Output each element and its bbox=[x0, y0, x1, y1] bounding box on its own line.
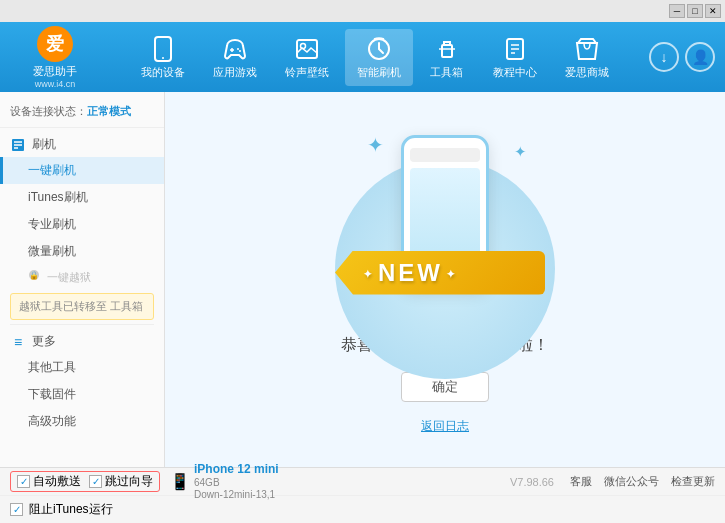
header: 爱 爱思助手 www.i4.cn 我的设备 应用游戏 铃声壁纸 智能 bbox=[0, 22, 725, 92]
phone-icon bbox=[149, 35, 177, 63]
download-button[interactable]: ↓ bbox=[649, 42, 679, 72]
nav-my-device[interactable]: 我的设备 bbox=[129, 29, 197, 86]
more-section-icon: ≡ bbox=[10, 334, 26, 350]
sidebar-item-micro-flash[interactable]: 微量刷机 bbox=[0, 238, 164, 265]
logo: 爱 爱思助手 www.i4.cn bbox=[10, 26, 100, 89]
stop-itunes-checkbox[interactable]: ✓ bbox=[10, 503, 23, 516]
link-customer-service[interactable]: 客服 bbox=[570, 474, 592, 489]
flash-section-header: 刷机 bbox=[0, 132, 164, 157]
nav-apps-games[interactable]: 应用游戏 bbox=[201, 29, 269, 86]
wallpaper-icon bbox=[293, 35, 321, 63]
new-badge-text: NEW bbox=[378, 259, 443, 286]
logo-text-1: 爱思助手 bbox=[33, 64, 77, 79]
device-info: 📱 iPhone 12 mini 64GB Down-12mini-13,1 bbox=[170, 462, 279, 500]
nav-apps-label: 应用游戏 bbox=[213, 65, 257, 80]
maximize-button[interactable]: □ bbox=[687, 4, 703, 18]
skip-label: 跳过向导 bbox=[105, 473, 153, 490]
status-section: 设备连接状态：正常模式 bbox=[0, 100, 164, 128]
svg-point-4 bbox=[237, 48, 239, 50]
nav-toolbox-label: 工具箱 bbox=[430, 65, 463, 80]
sidebar-item-download-firmware[interactable]: 下载固件 bbox=[0, 381, 164, 408]
sidebar-item-advanced[interactable]: 高级功能 bbox=[0, 408, 164, 435]
logo-text-2: www.i4.cn bbox=[35, 79, 76, 89]
checkbox-skip[interactable]: ✓ 跳过向导 bbox=[89, 473, 153, 490]
link-check-update[interactable]: 检查更新 bbox=[671, 474, 715, 489]
more-section-header: ≡ 更多 bbox=[0, 329, 164, 354]
device-name: iPhone 12 mini bbox=[194, 462, 279, 476]
version: V7.98.66 bbox=[510, 476, 554, 488]
nav-toolbox[interactable]: 工具箱 bbox=[417, 29, 477, 86]
sidebar-notice: 越狱工具已转移至 工具箱 bbox=[10, 293, 154, 320]
logo-icon: 爱 bbox=[37, 26, 73, 62]
nav-smart-label: 智能刷机 bbox=[357, 65, 401, 80]
nav-smart-flash[interactable]: 智能刷机 bbox=[345, 29, 413, 86]
flash-section-icon bbox=[10, 137, 26, 153]
nav-bar: 我的设备 应用游戏 铃声壁纸 智能刷机 工具箱 bbox=[100, 29, 649, 86]
nav-my-device-label: 我的设备 bbox=[141, 65, 185, 80]
sidebar-item-onekey-flash[interactable]: 一键刷机 bbox=[0, 157, 164, 184]
device-details: iPhone 12 mini 64GB Down-12mini-13,1 bbox=[194, 462, 279, 500]
auto-label: 自动敷送 bbox=[33, 473, 81, 490]
checkbox-group: ✓ 自动敷送 ✓ 跳过向导 bbox=[10, 471, 160, 492]
back-link[interactable]: 返回日志 bbox=[421, 418, 469, 435]
sidebar-item-jailbreak-disabled: 🔒 一键越狱 bbox=[0, 265, 164, 289]
flash-section-label: 刷机 bbox=[32, 136, 56, 153]
sidebar-item-pro-flash[interactable]: 专业刷机 bbox=[0, 211, 164, 238]
close-button[interactable]: ✕ bbox=[705, 4, 721, 18]
auto-checkbox[interactable]: ✓ bbox=[17, 475, 30, 488]
device-bar: ✓ 自动敷送 ✓ 跳过向导 📱 iPhone 12 mini 64GB Down… bbox=[0, 467, 725, 495]
skip-checkbox[interactable]: ✓ bbox=[89, 475, 102, 488]
stop-itunes-label: 阻止iTunes运行 bbox=[29, 501, 113, 518]
title-bar: ─ □ ✕ bbox=[0, 0, 725, 22]
nav-wallpaper-label: 铃声壁纸 bbox=[285, 65, 329, 80]
sidebar-item-itunes-flash[interactable]: iTunes刷机 bbox=[0, 184, 164, 211]
new-badge: ✦NEW✦ bbox=[335, 251, 545, 295]
nav-wallpaper[interactable]: 铃声壁纸 bbox=[273, 29, 341, 86]
sidebar-divider-1 bbox=[10, 324, 154, 325]
sparkle-left: ✦ bbox=[367, 133, 384, 157]
content-area: ✦ ✦ ✦ ✦NEW✦ 恭喜您，保资料刷机成功啦！ 确定 返回日志 bbox=[165, 92, 725, 467]
stop-itunes-checkbox-item[interactable]: ✓ 阻止iTunes运行 bbox=[10, 501, 113, 518]
toolbox-icon bbox=[433, 35, 461, 63]
minimize-button[interactable]: ─ bbox=[669, 4, 685, 18]
tutorial-icon bbox=[501, 35, 529, 63]
sidebar: 设备连接状态：正常模式 刷机 一键刷机 iTunes刷机 专业刷机 微量刷机 🔒… bbox=[0, 92, 165, 467]
device-storage: 64GB bbox=[194, 477, 279, 489]
main-container: 设备连接状态：正常模式 刷机 一键刷机 iTunes刷机 专业刷机 微量刷机 🔒… bbox=[0, 92, 725, 467]
phone-illustration: ✦ ✦ ✦ ✦NEW✦ bbox=[345, 125, 545, 315]
store-icon bbox=[573, 35, 601, 63]
device-model: Down-12mini-13,1 bbox=[194, 489, 279, 501]
stop-itunes-bar: ✓ 阻止iTunes运行 bbox=[0, 495, 725, 523]
sidebar-item-other-tools[interactable]: 其他工具 bbox=[0, 354, 164, 381]
smart-flash-icon bbox=[365, 35, 393, 63]
svg-point-5 bbox=[239, 50, 241, 52]
success-panel: ✦ ✦ ✦ ✦NEW✦ 恭喜您，保资料刷机成功啦！ 确定 返回日志 bbox=[341, 125, 549, 435]
more-section-label: 更多 bbox=[32, 333, 56, 350]
sparkle-right-top: ✦ bbox=[514, 143, 527, 161]
nav-tutorial[interactable]: 教程中心 bbox=[481, 29, 549, 86]
bottom-area: ✓ 自动敷送 ✓ 跳过向导 📱 iPhone 12 mini 64GB Down… bbox=[0, 467, 725, 523]
device-phone-icon: 📱 bbox=[170, 472, 190, 491]
nav-store[interactable]: 爱思商城 bbox=[553, 29, 621, 86]
user-button[interactable]: 👤 bbox=[685, 42, 715, 72]
nav-tutorial-label: 教程中心 bbox=[493, 65, 537, 80]
nav-store-label: 爱思商城 bbox=[565, 65, 609, 80]
phone-speaker bbox=[410, 148, 480, 162]
disabled-jailbreak-label: 一键越狱 bbox=[47, 271, 91, 283]
checkbox-auto[interactable]: ✓ 自动敷送 bbox=[17, 473, 81, 490]
link-wechat[interactable]: 微信公众号 bbox=[604, 474, 659, 489]
svg-text:🔒: 🔒 bbox=[29, 270, 39, 280]
svg-rect-9 bbox=[442, 45, 452, 57]
games-icon bbox=[221, 35, 249, 63]
header-right: ↓ 👤 bbox=[649, 42, 715, 72]
phone-screen bbox=[410, 168, 480, 265]
status-value: 正常模式 bbox=[87, 105, 131, 117]
